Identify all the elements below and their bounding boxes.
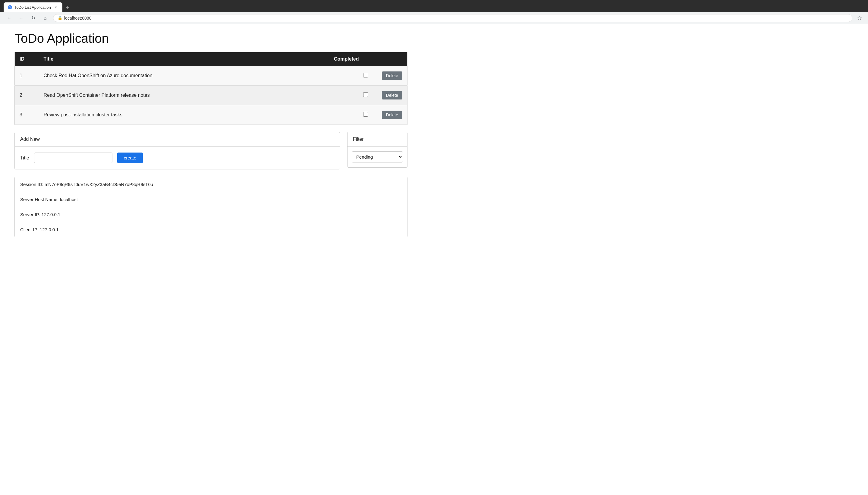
row-id: 3 <box>15 105 39 125</box>
todo-table: ID Title Completed 1 Check Red Hat OpenS… <box>15 52 407 125</box>
col-header-actions <box>377 52 407 66</box>
row-title: Check Red Hat OpenShift on Azure documen… <box>39 66 280 86</box>
add-new-header: Add New <box>15 132 340 147</box>
session-id-value: mN7oP8qR9sT0uV1wX2yZ3aB4cD5eN7oP8qR9sT0u <box>45 182 153 187</box>
row-completed-cell <box>280 66 377 86</box>
row-completed-cell <box>280 105 377 125</box>
add-new-body: Title create <box>15 147 340 169</box>
filter-header: Filter <box>347 132 407 147</box>
server-host-row: Server Host Name: localhost <box>15 192 407 207</box>
page-title: ToDo Application <box>15 31 407 46</box>
active-tab[interactable]: ⊙ ToDo List Application × <box>4 2 63 12</box>
create-button[interactable]: create <box>117 153 143 163</box>
address-bar[interactable]: 🔒 localhost:8080 <box>53 14 852 22</box>
row-delete-cell: Delete <box>377 86 407 105</box>
server-host-label: Server Host Name: <box>20 197 59 202</box>
filter-select[interactable]: AllPendingCompleted <box>352 151 403 163</box>
filter-body: AllPendingCompleted <box>347 147 407 167</box>
completed-checkbox[interactable] <box>363 92 368 97</box>
client-ip-value: 127.0.0.1 <box>40 227 59 232</box>
completed-checkbox[interactable] <box>363 73 368 78</box>
client-ip-label: Client IP: <box>20 227 39 232</box>
table-header-row: ID Title Completed <box>15 52 407 66</box>
bottom-row: Add New Title create Filter AllPendingCo… <box>15 132 407 169</box>
address-bar-row: ← → ↻ ⌂ 🔒 localhost:8080 ☆ <box>0 12 868 24</box>
table-row: 2 Read OpenShift Container Platform rele… <box>15 86 407 105</box>
back-button[interactable]: ← <box>5 14 13 22</box>
bookmark-button[interactable]: ☆ <box>856 14 863 23</box>
row-title: Review post-installation cluster tasks <box>39 105 280 125</box>
server-ip-value: 127.0.0.1 <box>41 212 60 217</box>
tab-title: ToDo List Application <box>15 5 51 10</box>
session-id-row: Session ID: mN7oP8qR9sT0uV1wX2yZ3aB4cD5e… <box>15 177 407 192</box>
delete-button[interactable]: Delete <box>382 91 402 100</box>
new-tab-button[interactable]: + <box>64 3 72 12</box>
server-host-value: localhost <box>60 197 78 202</box>
browser-chrome: ⊙ ToDo List Application × + <box>0 0 868 12</box>
server-ip-label: Server IP: <box>20 212 40 217</box>
add-new-panel: Add New Title create <box>15 132 340 169</box>
table-row: 1 Check Red Hat OpenShift on Azure docum… <box>15 66 407 86</box>
reload-button[interactable]: ↻ <box>29 14 37 22</box>
delete-button[interactable]: Delete <box>382 110 402 119</box>
page-content: ToDo Application ID Title Completed 1 Ch… <box>0 24 422 244</box>
col-header-id: ID <box>15 52 39 66</box>
server-ip-row: Server IP: 127.0.0.1 <box>15 207 407 222</box>
completed-checkbox[interactable] <box>363 112 368 117</box>
col-header-completed: Completed <box>280 52 377 66</box>
forward-button[interactable]: → <box>17 14 25 22</box>
home-button[interactable]: ⌂ <box>41 14 49 22</box>
row-id: 1 <box>15 66 39 86</box>
tab-bar: ⊙ ToDo List Application × + <box>4 0 71 12</box>
tab-favicon: ⊙ <box>8 5 12 9</box>
session-id-label: Session ID: <box>20 182 44 187</box>
session-panel: Session ID: mN7oP8qR9sT0uV1wX2yZ3aB4cD5e… <box>15 177 407 237</box>
table-row: 3 Review post-installation cluster tasks… <box>15 105 407 125</box>
row-title: Read OpenShift Container Platform releas… <box>39 86 280 105</box>
filter-panel: Filter AllPendingCompleted <box>347 132 407 168</box>
row-id: 2 <box>15 86 39 105</box>
title-label: Title <box>20 155 29 161</box>
address-text: localhost:8080 <box>64 16 91 20</box>
delete-button[interactable]: Delete <box>382 71 402 80</box>
row-delete-cell: Delete <box>377 66 407 86</box>
lock-icon: 🔒 <box>57 16 63 20</box>
col-header-title: Title <box>39 52 280 66</box>
title-input[interactable] <box>34 153 112 163</box>
row-delete-cell: Delete <box>377 105 407 125</box>
client-ip-row: Client IP: 127.0.0.1 <box>15 222 407 237</box>
row-completed-cell <box>280 86 377 105</box>
tab-close-button[interactable]: × <box>53 5 58 10</box>
